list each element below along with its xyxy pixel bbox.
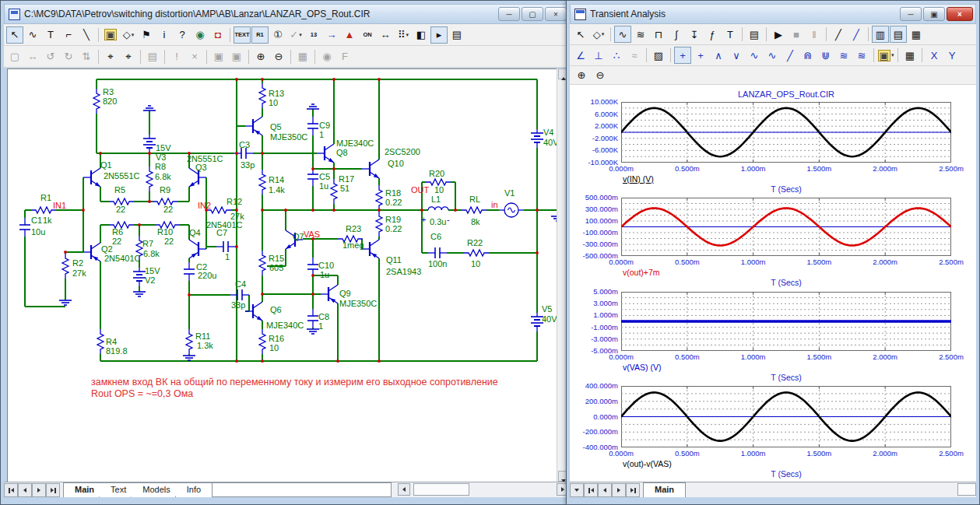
properties-icon[interactable]: ▤ [746,26,763,43]
plot-2-canvas[interactable] [621,198,951,256]
x-scale-icon[interactable]: X [926,47,943,64]
peak-icon[interactable]: ∧ [710,47,727,64]
thumbnail-icon[interactable]: ▦ [294,48,311,65]
tab-text[interactable]: Text [99,483,137,497]
run-button[interactable]: ▶ [770,26,787,43]
cross-wire-icon[interactable]: ↔ [377,26,394,44]
cursor-left-icon[interactable]: + [674,47,691,64]
horizontal-scrollbar[interactable] [396,482,570,497]
waveform-label[interactable]: v(IN) (V) [623,174,654,184]
globe-icon[interactable]: ◉ [318,48,335,65]
y-scale-icon[interactable]: Y [943,47,961,64]
copy-page-icon[interactable]: ▣ [228,48,245,65]
shape-tool-icon[interactable]: ◇▾ [120,26,137,44]
low-point-icon[interactable]: ∿ [764,47,781,64]
envelope-top-icon[interactable]: ≋ [835,47,852,64]
condition-display-icon[interactable]: ON [359,26,376,44]
rotate-cw-icon[interactable]: ↻ [60,48,77,65]
zoom-out-icon[interactable]: ⊖ [270,48,287,65]
stop-button[interactable]: ■ [788,26,805,43]
global-low-icon[interactable]: ⋓ [817,47,834,64]
slope-icon[interactable]: ╱ [782,47,799,64]
select-tool-icon[interactable]: ↖ [572,26,589,43]
info-badge-icon[interactable]: ! [168,48,185,65]
minimize-button[interactable]: ─ [900,7,922,21]
select-box-icon[interactable]: ▢ [6,48,23,65]
tab-info[interactable]: Info [175,483,212,497]
text-tool-icon[interactable]: T [722,26,739,43]
minimize-button[interactable]: ─ [498,7,520,21]
help-mode-icon[interactable]: ? [174,26,191,44]
close-button[interactable]: × [545,7,567,21]
attribute-display-icon[interactable]: R1 [251,26,269,44]
zoom-in-icon[interactable]: ⊕ [573,67,590,84]
ortho-wire-icon[interactable]: ⌐ [60,26,77,44]
first-page-button[interactable] [4,483,18,497]
plot-3-canvas[interactable] [621,292,951,351]
split-window-icon[interactable]: ◧ [413,26,430,44]
maximize-button[interactable]: ▢ [522,7,543,21]
next-page-button[interactable] [32,483,46,497]
select-curve-icon[interactable]: ∿ [614,26,631,43]
tab-main[interactable]: Main [644,483,685,497]
horizontal-stripes-icon[interactable]: ▤ [890,26,907,43]
text-display-button[interactable]: TEXT [234,26,251,44]
measure-line-icon[interactable]: ╱ [848,26,865,43]
enable-disable-icon[interactable]: ◘ [209,26,227,44]
zoom-in-icon[interactable]: ⊕ [252,48,269,65]
scale-format-icon[interactable]: ∫ [668,26,685,43]
hold-scale-icon[interactable]: ⊓ [650,26,667,43]
find-part-icon[interactable]: ⌖ [102,48,119,65]
close-button[interactable]: × [947,7,973,21]
search-icon[interactable]: ⌖ [120,48,137,65]
analysis-titlebar[interactable]: Transient Analysis ─ ▣ × [570,4,976,24]
shape-tool-icon[interactable]: ◇▾ [590,26,607,43]
maximize-button[interactable]: ▣ [923,7,945,21]
plot-1-canvas[interactable] [621,102,951,163]
valley-icon[interactable]: ∨ [728,47,745,64]
diagonal-wire-icon[interactable]: ╲ [78,26,95,44]
global-high-icon[interactable]: ⋒ [799,47,817,64]
font-icon[interactable]: F [336,48,353,65]
slope-line-icon[interactable]: ╱ [830,26,847,43]
node-number-icon[interactable]: ① [269,26,286,44]
schematic-canvas[interactable]: R3820R1310Q5MJE350CC333pC91MJE340CQ82SC5… [8,69,557,482]
plot-4-canvas[interactable] [621,386,951,447]
pause-button[interactable]: ‖ [806,26,823,43]
last-page-button[interactable] [626,483,640,497]
waveform-label[interactable]: v(out)-v(VAS) [623,459,672,468]
stretch-wire-icon[interactable]: ↔ [24,48,41,65]
first-page-button[interactable] [584,483,598,497]
page-list-button[interactable] [570,483,584,497]
current-display-icon[interactable]: → [323,26,340,44]
copy-picture-icon[interactable]: ▣ [210,48,227,65]
select-tool-icon[interactable]: ↖ [6,26,23,44]
data-points-icon[interactable]: ▦ [908,26,925,43]
cursor-tag-icon[interactable]: ∴ [608,47,625,64]
waveform-label[interactable]: v(VAS) (V) [623,363,661,372]
text-tool-icon[interactable]: T [42,26,59,44]
numeric-output-icon[interactable]: ▦ [901,47,919,64]
waveform-label[interactable]: v(out)+7m [623,268,660,277]
error-badge-icon[interactable]: × [186,48,203,65]
animate-scale-icon[interactable]: ∠ [572,47,589,64]
next-page-button[interactable] [612,483,626,497]
wire-mode-icon[interactable]: ∿ [24,26,41,44]
pin-number-icon[interactable]: 13 [305,26,322,44]
power-display-icon[interactable]: ▲ [341,26,358,44]
last-page-button[interactable] [46,483,60,497]
scroll-left-button[interactable] [398,483,410,496]
zoom-out-icon[interactable]: ⊖ [592,67,609,84]
info-mode-icon[interactable]: i [156,26,173,44]
smooth-icon[interactable]: ≈ [626,47,643,64]
flip-icon[interactable]: ⇅ [78,48,95,65]
attribute-dialog-icon[interactable]: ▤ [448,26,465,44]
rotate-icon[interactable]: ↺ [42,48,59,65]
cursor-drop-icon[interactable]: ⊥ [590,47,607,64]
cursor-right-icon[interactable]: + [692,47,709,64]
scrollbar-thumb[interactable] [413,483,469,496]
flag-tool-icon[interactable]: ⚑ [138,26,155,44]
tab-main[interactable]: Main [64,483,105,497]
tag-function-icon[interactable]: ƒ [704,26,721,43]
grid-display-icon[interactable]: ⠿▾ [395,26,412,44]
